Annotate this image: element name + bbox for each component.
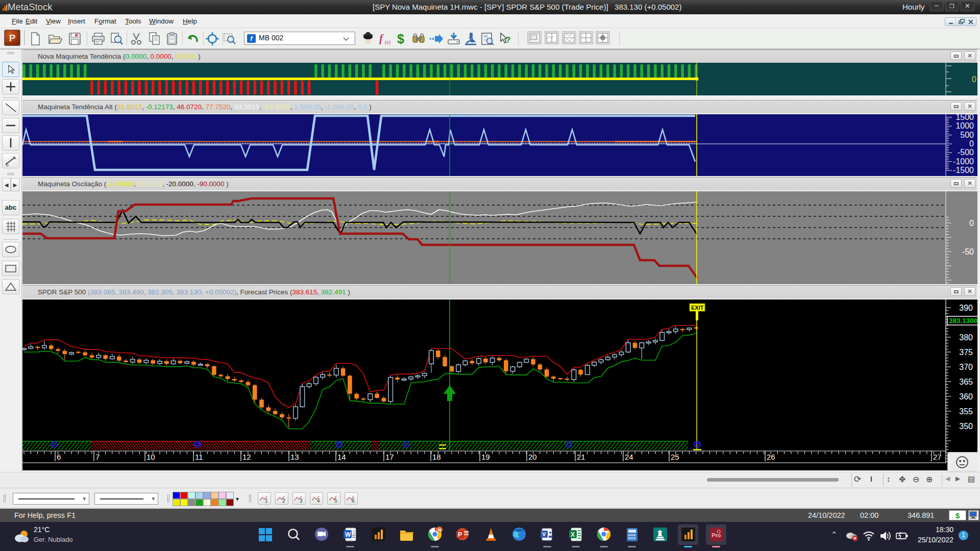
svg-text:1000: 1000 [955, 121, 974, 130]
svg-text:P: P [458, 531, 462, 538]
svg-text:1500: 1500 [955, 114, 974, 121]
svg-text:N: N [438, 528, 442, 533]
svg-text:-50: -50 [962, 247, 974, 256]
svg-text:26: 26 [767, 453, 775, 461]
svg-text:17: 17 [385, 453, 394, 461]
svg-text:0: 0 [972, 75, 976, 84]
svg-text:-500: -500 [958, 148, 974, 157]
svg-text:21: 21 [577, 453, 585, 461]
svg-text:?: ? [505, 35, 510, 45]
svg-text:6: 6 [57, 453, 61, 461]
svg-text:(x): (x) [385, 39, 391, 45]
svg-text:-1500: -1500 [953, 166, 974, 174]
svg-text:360: 360 [959, 392, 973, 401]
svg-text:11: 11 [195, 453, 203, 461]
svg-text:380: 380 [959, 333, 973, 342]
svg-text:6: 6 [352, 498, 355, 504]
svg-text:4: 4 [317, 498, 320, 504]
svg-text:0: 0 [969, 139, 974, 148]
svg-text:375: 375 [959, 348, 973, 357]
svg-text:355: 355 [959, 407, 973, 416]
svg-text:1: 1 [265, 498, 268, 504]
svg-text:V: V [542, 531, 546, 537]
svg-text:X: X [571, 531, 575, 538]
svg-text:S: S [6, 162, 9, 167]
svg-text:383.1300: 383.1300 [949, 317, 977, 324]
svg-text:W: W [345, 531, 351, 538]
svg-text:2: 2 [282, 498, 285, 504]
svg-text:390: 390 [959, 304, 973, 312]
svg-text:3: 3 [300, 498, 303, 504]
svg-text:0: 0 [969, 219, 974, 228]
svg-text:5: 5 [334, 498, 337, 504]
svg-text:25: 25 [671, 453, 679, 461]
svg-text:7: 7 [95, 453, 100, 461]
svg-text:24: 24 [625, 453, 633, 461]
svg-text:19: 19 [481, 453, 490, 461]
svg-text:18: 18 [432, 453, 441, 461]
svg-text:350: 350 [959, 422, 973, 431]
svg-text:500: 500 [960, 131, 974, 139]
svg-text:27: 27 [933, 453, 942, 461]
svg-text:10: 10 [146, 453, 155, 461]
svg-text:-1000: -1000 [953, 157, 974, 166]
svg-text:13: 13 [290, 453, 299, 461]
svg-text:370: 370 [959, 363, 973, 371]
svg-text:f: f [379, 32, 384, 44]
svg-text:EXIT: EXIT [691, 305, 704, 311]
svg-text:$: $ [397, 32, 404, 46]
svg-text:20: 20 [528, 453, 537, 461]
svg-text:12: 12 [242, 453, 251, 461]
svg-text:365: 365 [959, 378, 973, 386]
svg-text:14: 14 [337, 453, 346, 461]
